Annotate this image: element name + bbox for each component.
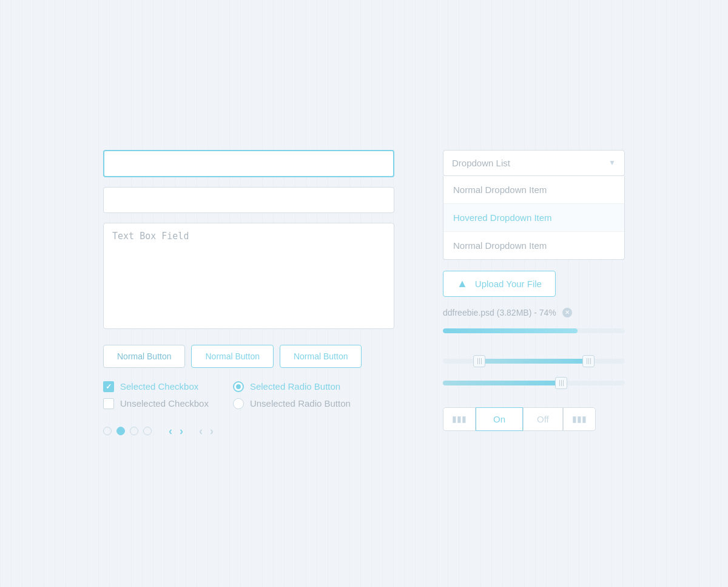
text-box-field[interactable]: Text Box Field <box>103 223 394 329</box>
progress-bar-track <box>443 328 625 333</box>
handle-line <box>477 358 478 364</box>
unselected-checkbox-label: Unselected Checkbox <box>120 398 209 409</box>
selected-checkbox-item[interactable]: Selected Checkbox <box>103 381 209 392</box>
selected-checkbox[interactable] <box>103 381 114 392</box>
dropdown-placeholder: Dropdown List <box>452 158 510 168</box>
dropdown-item-hovered[interactable]: Hovered Dropdown Item <box>443 204 624 232</box>
buttons-row: Normal Button Normal Button Normal Butto… <box>103 345 394 368</box>
prev-arrow-light[interactable]: ‹ <box>198 425 204 438</box>
handle-lines-left <box>477 358 482 364</box>
page-dot-3[interactable] <box>130 427 138 435</box>
handle-line <box>481 358 482 364</box>
dropdown-item-3[interactable]: Normal Dropdown Item <box>443 232 624 259</box>
upload-button-label: Upload Your File <box>475 279 542 289</box>
dropdown-list: Normal Dropdown Item Hovered Dropdown It… <box>443 176 625 260</box>
handle-line <box>563 380 564 386</box>
toggle-on-button[interactable]: On <box>476 407 523 431</box>
next-arrow-active[interactable]: › <box>178 425 184 438</box>
normal-button-3[interactable]: Normal Button <box>280 345 362 368</box>
handle-line <box>587 358 587 364</box>
right-column: Dropdown List ▼ Normal Dropdown Item Hov… <box>443 150 625 438</box>
toggle-off-button[interactable]: Off <box>523 407 563 431</box>
handle-line <box>559 380 560 386</box>
page-dot-2-active[interactable] <box>116 427 125 435</box>
handle-lines <box>559 380 564 386</box>
handle-line <box>588 358 589 364</box>
unselected-radio-item[interactable]: Unselected Radio Button <box>233 398 351 409</box>
dual-slider-fill <box>479 359 588 364</box>
slider-handle-left[interactable] <box>473 355 485 367</box>
slider-handle-right[interactable] <box>582 355 595 367</box>
left-column: Selected Field Unselected Field Text Box… <box>103 150 394 438</box>
toggle-segment-right[interactable]: ▮▮▮ <box>563 407 596 431</box>
normal-button-2[interactable]: Normal Button <box>191 345 273 368</box>
handle-lines-right <box>587 358 591 364</box>
close-file-icon[interactable]: ✕ <box>562 308 572 317</box>
dropdown-arrow-icon: ▼ <box>608 158 616 167</box>
handle-line <box>590 358 591 364</box>
toggle-row: ▮▮▮ On Off ▮▮▮ <box>443 407 625 431</box>
single-slider-handle[interactable] <box>555 377 567 389</box>
prev-arrow-active[interactable]: ‹ <box>167 425 174 438</box>
dropdown-wrapper: Dropdown List ▼ Normal Dropdown Item Hov… <box>443 150 625 260</box>
dropdown-header[interactable]: Dropdown List ▼ <box>443 150 625 176</box>
unselected-checkbox-item[interactable]: Unselected Checkbox <box>103 398 209 409</box>
selected-checkbox-label: Selected Checkbox <box>120 381 198 392</box>
slider-section <box>443 354 625 390</box>
page-dot-1[interactable] <box>103 427 112 435</box>
pagination-row: ‹ › ‹ › <box>103 425 394 438</box>
single-slider-track <box>443 381 625 385</box>
handle-line <box>479 358 480 364</box>
radio-group: Selected Radio Button Unselected Radio B… <box>233 381 351 409</box>
dual-slider-track <box>443 359 625 364</box>
unselected-field-input[interactable]: Unselected Field <box>103 187 394 213</box>
unselected-radio[interactable] <box>233 398 244 409</box>
file-info-row: ddfreebie.psd (3.82MB) - 74% ✕ <box>443 308 625 317</box>
progress-bar-fill <box>443 328 578 333</box>
toggle-group: ▮▮▮ On Off ▮▮▮ <box>443 407 596 431</box>
selected-field-input[interactable]: Selected Field <box>103 150 394 177</box>
toggle-segment-left[interactable]: ▮▮▮ <box>443 407 476 431</box>
single-slider-fill <box>443 381 561 385</box>
page-dot-4[interactable] <box>143 427 152 435</box>
file-name-label: ddfreebie.psd (3.82MB) - 74% <box>443 308 556 317</box>
handle-line <box>561 380 562 386</box>
selected-radio-label: Selected Radio Button <box>250 381 340 392</box>
unselected-checkbox[interactable] <box>103 398 114 409</box>
upload-button[interactable]: ▲ Upload Your File <box>443 271 556 297</box>
dual-slider-row <box>443 354 625 368</box>
upload-section: ▲ Upload Your File <box>443 271 625 297</box>
normal-button-1[interactable]: Normal Button <box>103 345 185 368</box>
single-slider-row <box>443 376 625 390</box>
checkbox-group: Selected Checkbox Unselected Checkbox <box>103 381 209 409</box>
dropdown-item-1[interactable]: Normal Dropdown Item <box>443 176 624 204</box>
selected-radio-item[interactable]: Selected Radio Button <box>233 381 351 392</box>
selected-radio[interactable] <box>233 381 244 392</box>
checkbox-radio-row: Selected Checkbox Unselected Checkbox Se… <box>103 381 394 409</box>
next-arrow-light[interactable]: › <box>209 425 215 438</box>
unselected-radio-label: Unselected Radio Button <box>250 398 351 409</box>
upload-icon: ▲ <box>457 277 468 290</box>
